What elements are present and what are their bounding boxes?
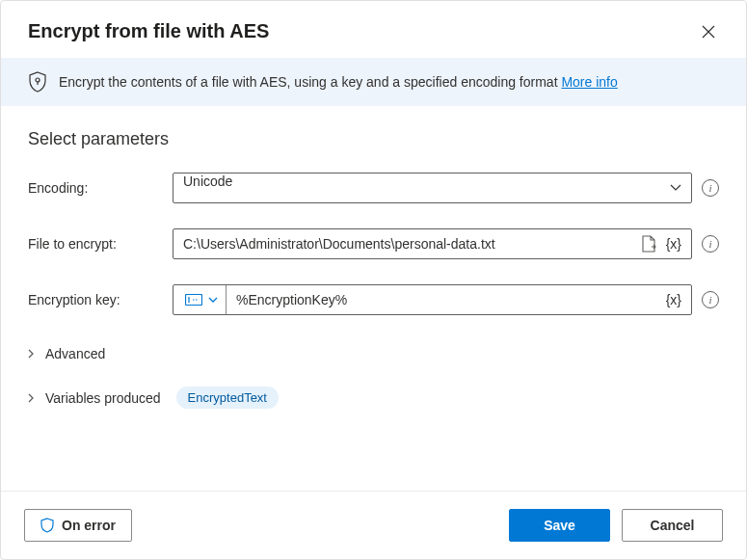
key-type-selector[interactable] bbox=[173, 285, 227, 314]
encoding-info-icon[interactable]: i bbox=[702, 179, 719, 197]
close-button[interactable] bbox=[698, 21, 719, 42]
key-label: Encryption key: bbox=[28, 292, 173, 307]
encoding-select[interactable]: Unicode bbox=[173, 173, 692, 203]
banner-text: Encrypt the contents of a file with AES,… bbox=[59, 74, 561, 90]
save-button[interactable]: Save bbox=[509, 509, 610, 542]
file-info-icon[interactable]: i bbox=[702, 235, 719, 253]
advanced-label: Advanced bbox=[45, 346, 105, 361]
file-variable-button[interactable]: {x} bbox=[662, 229, 691, 258]
file-label: File to encrypt: bbox=[28, 236, 173, 252]
variables-produced-expander[interactable]: Variables produced EncryptedText bbox=[28, 381, 719, 414]
dialog-footer: On error Save Cancel bbox=[1, 491, 746, 559]
encoding-label: Encoding: bbox=[28, 180, 173, 196]
key-variable-button[interactable]: {x} bbox=[662, 285, 691, 314]
on-error-button[interactable]: On error bbox=[24, 509, 132, 542]
shield-outline-icon bbox=[40, 518, 54, 533]
file-input[interactable] bbox=[173, 229, 635, 258]
variables-produced-label: Variables produced bbox=[45, 390, 161, 406]
variable-chip[interactable]: EncryptedText bbox=[176, 387, 279, 409]
key-input-wrap: {x} bbox=[173, 284, 692, 315]
file-input-wrap: {x} bbox=[173, 228, 692, 259]
svg-point-0 bbox=[36, 78, 40, 82]
dialog-title: Encrypt from file with AES bbox=[28, 20, 269, 42]
chevron-right-icon bbox=[28, 349, 38, 359]
chevron-right-icon bbox=[28, 393, 38, 403]
dialog-content: Select parameters Encoding: Unicode i Fi… bbox=[1, 106, 746, 491]
encoding-value: Unicode bbox=[173, 173, 664, 202]
cancel-button[interactable]: Cancel bbox=[622, 509, 723, 542]
text-input-icon bbox=[185, 294, 202, 306]
more-info-link[interactable]: More info bbox=[561, 74, 617, 90]
advanced-expander[interactable]: Advanced bbox=[28, 340, 719, 367]
key-info-icon[interactable]: i bbox=[702, 291, 719, 308]
shield-lock-icon bbox=[28, 71, 47, 93]
chevron-down-icon bbox=[208, 297, 218, 304]
section-title: Select parameters bbox=[28, 129, 719, 149]
chevron-down-icon bbox=[664, 173, 691, 202]
file-arrow-icon bbox=[641, 235, 656, 253]
close-icon bbox=[702, 25, 715, 39]
info-banner: Encrypt the contents of a file with AES,… bbox=[1, 58, 746, 106]
file-picker-button[interactable] bbox=[635, 229, 662, 258]
key-input[interactable] bbox=[227, 285, 662, 314]
on-error-label: On error bbox=[62, 518, 116, 533]
